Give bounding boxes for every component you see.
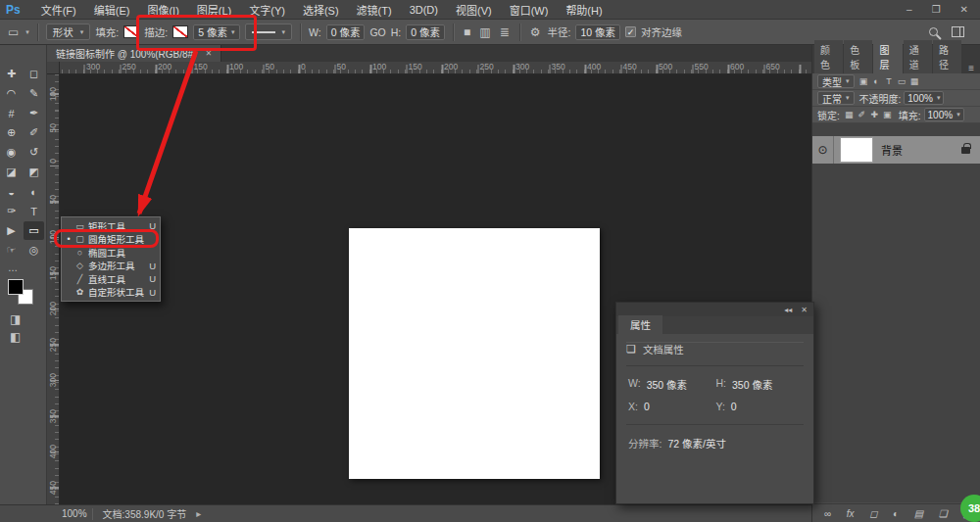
filter-kind-select[interactable]: 类型 ▾ [817,74,855,88]
move-tool[interactable]: ✚ [1,65,22,83]
shape-mode-select[interactable]: 形状 ▾ [46,24,91,40]
menu-item[interactable]: 3D(D) [401,4,447,16]
layer-row-background[interactable]: ⊙ 背景 [812,136,980,164]
eraser-tool[interactable]: ◪ [1,163,22,181]
lasso-tool[interactable]: ◠ [1,84,22,103]
path-alignment-icon[interactable]: ▥ [477,25,492,39]
notification-badge[interactable]: 38 [960,495,980,522]
quick-mask-icon[interactable]: ◨ [10,312,21,326]
shape-tool[interactable]: ▭ [24,221,44,240]
workspace-icon[interactable] [952,26,964,37]
layer-style-icon[interactable]: fx [847,508,855,519]
screen-mode-icon[interactable]: ◧ [10,330,21,344]
filter-icon[interactable]: ▦ [908,76,921,86]
tool-preset-arrow-icon[interactable]: ▾ [25,28,29,36]
eyedropper-tool[interactable]: ✒ [24,104,44,122]
lock-toggle-icon[interactable]: ✐ [856,110,868,119]
align-edges-checkbox[interactable]: ✓ [625,26,636,37]
lock-toggle-icon[interactable]: ▣ [881,110,894,119]
path-selection-tool[interactable]: ▶ [1,221,22,240]
tab-swatches[interactable]: 色板 [844,40,872,73]
path-operations-icon[interactable]: ■ [462,25,472,39]
menu-item[interactable]: 窗口(W) [501,2,558,18]
marquee-tool[interactable]: ◻ [24,65,44,83]
tab-close-icon[interactable]: ✕ [206,49,213,58]
layer-name[interactable]: 背景 [881,142,961,158]
filter-icon[interactable]: T [883,76,896,86]
width-field[interactable]: 0 像素 [326,24,366,40]
filter-icon[interactable]: ▣ [858,76,870,86]
search-icon[interactable] [929,27,938,36]
gear-icon[interactable]: ⚙ [528,25,543,39]
blur-tool[interactable]: ◒ [1,182,22,201]
menu-item[interactable]: 帮助(H) [557,2,611,18]
clone-stamp-tool[interactable]: ◉ [1,143,22,162]
flyout-item-0[interactable]: ▭矩形工具U [62,219,160,233]
layer-mask-icon[interactable]: ◻ [869,508,877,519]
flyout-item-4[interactable]: ╱直线工具U [62,272,160,286]
document-canvas[interactable] [349,228,600,479]
crop-tool[interactable]: # [1,104,22,122]
blend-mode-select[interactable]: 正常 ▾ [817,91,855,105]
layer-thumbnail[interactable] [840,137,873,163]
lock-toggle-icon[interactable]: ✚ [868,110,881,119]
opacity-field[interactable]: 100% ▾ [904,91,944,105]
type-tool[interactable]: T [24,202,44,220]
menu-item[interactable]: 文字(Y) [240,2,294,18]
menu-item[interactable]: 文件(F) [32,2,85,18]
menu-item[interactable]: 图像(I) [138,2,187,18]
zoom-level-field[interactable]: 100% [57,508,93,520]
layer-fill-field[interactable]: 100% ▾ [924,108,964,121]
tab-layers[interactable]: 图层 [873,40,902,73]
flyout-item-2[interactable]: ○椭圆工具 [62,246,160,260]
menu-item[interactable]: 编辑(E) [85,2,139,18]
tab-properties[interactable]: 属性 [618,315,662,334]
gradient-tool[interactable]: ◩ [24,163,44,181]
filter-icon[interactable]: ▭ [896,76,908,86]
stroke-width-field[interactable]: 5 像素 ▾ [193,24,239,40]
height-field[interactable]: 0 像素 [406,24,445,40]
menu-item[interactable]: 图层(L) [188,2,240,18]
pen-tool[interactable]: ✑ [1,202,22,220]
stroke-type-select[interactable]: ▾ [245,24,293,40]
flyout-item-3[interactable]: ◇多边形工具U [62,260,160,273]
radius-field[interactable]: 10 像素 [575,24,620,40]
close-button[interactable]: ✕ [960,4,968,15]
zoom-tool[interactable]: ◎ [24,241,44,260]
hand-tool[interactable]: ☞ [1,241,22,260]
dodge-tool[interactable]: ◐ [24,182,44,201]
layer-visibility-eye-icon[interactable]: ⊙ [812,136,834,164]
flyout-item-1[interactable]: •▢圆角矩形工具 [62,233,160,247]
flyout-item-5[interactable]: ✿自定形状工具U [62,286,160,300]
tab-color[interactable]: 颜色 [814,40,843,73]
document-tab[interactable]: 链接图标制作 @ 100%(RGB/8#) ✕ [47,45,221,62]
tab-paths[interactable]: 路径 [933,40,961,73]
menu-item[interactable]: 选择(S) [294,2,348,18]
edit-toolbar-icon[interactable]: … [0,260,46,275]
layer-group-icon[interactable]: ▤ [914,508,923,519]
stroke-swatch[interactable] [172,25,188,38]
path-arrange-icon[interactable]: ≣ [498,25,512,39]
quick-selection-tool[interactable]: ✎ [24,84,44,103]
brush-tool[interactable]: ✐ [24,123,44,142]
filter-icon[interactable]: ◐ [870,76,883,86]
menu-item[interactable]: 滤镜(T) [348,2,401,18]
lock-toggle-icon[interactable]: ▦ [843,110,856,119]
collapse-panel-icon[interactable]: ◂◂ [784,306,792,314]
minimize-button[interactable]: – [906,4,912,15]
new-layer-icon[interactable]: ❏ [939,508,948,519]
restore-button[interactable]: ❐ [932,4,941,15]
fill-swatch[interactable] [123,25,139,38]
adjustment-layer-icon[interactable]: ◐ [893,508,899,519]
menu-item[interactable]: 视图(V) [447,2,501,18]
close-panel-icon[interactable]: ✕ [801,306,808,314]
panel-menu-icon[interactable]: ≡ [962,63,980,73]
tab-channels[interactable]: 通道 [904,40,932,73]
link-dimensions-button[interactable]: GO [369,26,385,38]
foreground-color-swatch[interactable] [8,279,24,295]
status-flyout-icon[interactable]: ▸ [196,508,201,519]
healing-brush-tool[interactable]: ⊕ [1,123,22,142]
tool-preset-icon[interactable]: ▭ [6,25,21,39]
link-layers-icon[interactable]: ∞ [824,508,831,519]
history-brush-tool[interactable]: ↺ [24,143,44,162]
